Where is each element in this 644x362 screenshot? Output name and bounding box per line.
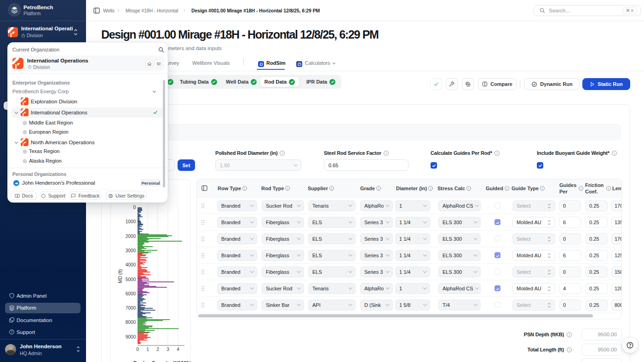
svg-text:2000: 2000 [126,234,136,239]
svg-text:0: 0 [136,347,139,352]
svg-text:1000: 1000 [126,219,136,224]
svg-text:1: 1 [146,347,149,352]
svg-text:3000: 3000 [126,248,136,253]
svg-text:4: 4 [177,347,179,352]
svg-text:Dogleg Severity (°/100ft): Dogleg Severity (°/100ft) [133,360,191,362]
svg-text:6000: 6000 [126,291,136,296]
svg-text:3: 3 [167,347,169,352]
svg-text:8000: 8000 [126,320,136,325]
svg-text:0: 0 [133,205,136,210]
svg-text:7000: 7000 [126,305,136,311]
svg-text:MD (ft): MD (ft) [118,269,123,283]
svg-text:5000: 5000 [126,277,136,282]
svg-text:2: 2 [156,347,159,352]
svg-text:9000: 9000 [126,334,136,339]
svg-text:4000: 4000 [126,262,136,267]
